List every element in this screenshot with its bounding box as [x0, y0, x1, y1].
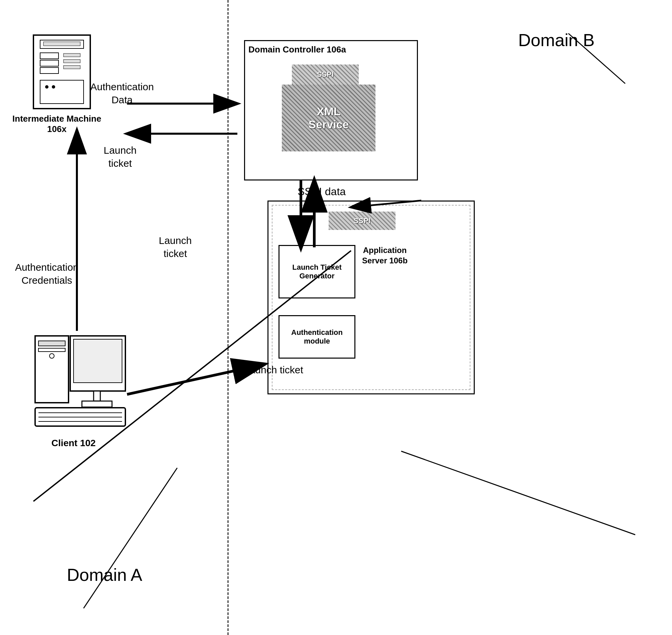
client-label: Client 102	[37, 438, 110, 448]
svg-point-10	[45, 85, 48, 89]
domain-controller-title: Domain Controller 106a	[248, 44, 346, 55]
intermediate-machine-label: Intermediate Machine 106x	[10, 114, 104, 134]
svg-rect-5	[40, 67, 59, 73]
svg-rect-14	[39, 348, 65, 352]
sspi-label-dc: SSPI	[292, 65, 359, 85]
svg-rect-7	[64, 60, 80, 63]
domain-a-label: Domain A	[67, 565, 142, 585]
svg-rect-4	[40, 60, 59, 66]
svg-rect-17	[73, 339, 122, 383]
app-server-title: ApplicationServer 106b	[362, 245, 408, 266]
svg-rect-18	[94, 391, 100, 401]
svg-line-32	[401, 451, 635, 535]
svg-line-37	[127, 364, 264, 394]
sspi-label-as: SSPI	[329, 212, 395, 230]
domain-controller-box: Domain Controller 106a SSPI XMLService	[244, 40, 418, 180]
svg-line-30	[84, 468, 177, 608]
domain-b-label: Domain B	[518, 30, 594, 50]
xml-service-label: XMLService	[282, 85, 375, 151]
svg-rect-6	[64, 53, 80, 57]
svg-rect-19	[82, 401, 112, 407]
svg-rect-3	[40, 53, 59, 59]
launch-ticket-label-1: Launchticket	[104, 144, 136, 170]
launch-ticket-label-2: Launchticket	[159, 234, 192, 260]
domain-boundary-line	[227, 0, 229, 635]
launch-ticket-generator-box: Launch Ticket Generator	[279, 245, 355, 299]
auth-data-label: AuthenticationData	[90, 80, 154, 106]
client-machine	[34, 334, 127, 431]
svg-rect-13	[39, 341, 65, 346]
svg-rect-2	[43, 42, 80, 46]
sspi-data-label: SSPI data	[298, 185, 346, 198]
svg-rect-9	[40, 80, 84, 104]
svg-point-15	[49, 354, 54, 358]
auth-module-box: Authentication module	[279, 315, 355, 358]
diagram-container: Domain B Domain A Domain Controller 106a…	[0, 0, 672, 635]
svg-rect-8	[64, 66, 80, 69]
launch-ticket-label-3: Launch ticket	[244, 364, 303, 376]
svg-point-11	[52, 85, 55, 89]
auth-credentials-label: AuthenticationCredentials	[0, 261, 94, 287]
